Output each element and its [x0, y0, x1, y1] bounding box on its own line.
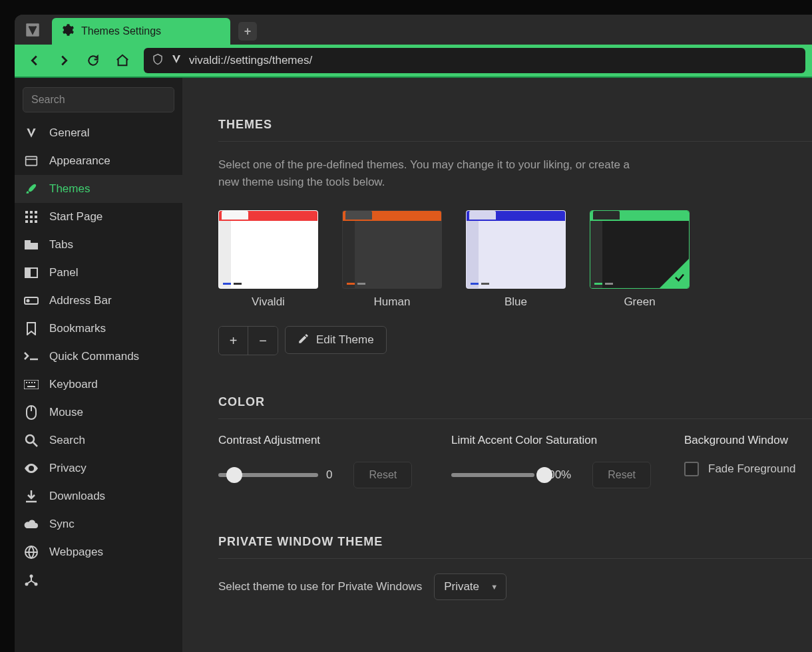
theme-option-human[interactable]: Human [342, 210, 442, 309]
sidebar-item-label: Sync [49, 518, 75, 531]
theme-label: Human [374, 295, 411, 309]
svg-rect-6 [30, 216, 33, 218]
download-icon [24, 489, 39, 504]
slider-thumb[interactable] [226, 467, 242, 483]
svg-rect-17 [24, 380, 39, 389]
active-tab[interactable]: Themes Settings [52, 18, 230, 45]
home-button[interactable] [109, 47, 136, 74]
settings-sidebar: General Appearance Themes Start Page Tab… [15, 78, 182, 652]
divider [218, 558, 812, 559]
theme-option-blue[interactable]: Blue [466, 210, 566, 309]
sidebar-item-label: Search [49, 434, 85, 447]
brush-icon [24, 182, 39, 196]
tab-title: Themes Settings [81, 25, 161, 37]
sidebar-item-address-bar[interactable]: Address Bar [15, 287, 182, 315]
saturation-group: Limit Accent Color Saturation 100% Reset [451, 434, 651, 488]
add-theme-button[interactable]: + [219, 327, 248, 355]
contrast-value: 0 [326, 468, 332, 482]
sidebar-item-label: Webpages [49, 546, 103, 559]
cloud-icon [24, 517, 39, 532]
sidebar-item-privacy[interactable]: Privacy [15, 454, 182, 482]
address-bar[interactable]: vivaldi://settings/themes/ [144, 48, 805, 73]
saturation-slider[interactable] [451, 473, 534, 477]
fade-foreground-label: Fade Foreground [708, 462, 795, 476]
quick-commands-icon [24, 349, 39, 364]
search-input[interactable] [31, 94, 166, 106]
checkbox[interactable] [684, 462, 699, 476]
theme-label: Blue [505, 295, 527, 309]
svg-rect-14 [25, 268, 30, 277]
sidebar-item-downloads[interactable]: Downloads [15, 482, 182, 510]
svg-rect-20 [31, 382, 33, 383]
private-theme-select[interactable]: Private [434, 573, 507, 600]
slider-thumb[interactable] [536, 467, 552, 483]
svg-rect-7 [35, 216, 37, 218]
shield-icon [152, 53, 164, 69]
svg-rect-19 [29, 382, 30, 383]
sidebar-item-quick-commands[interactable]: Quick Commands [15, 343, 182, 371]
sidebar-item-panel[interactable]: Panel [15, 259, 182, 287]
panel-icon [24, 265, 39, 280]
contrast-group: Contrast Adjustment 0 Reset [218, 434, 418, 488]
contrast-slider[interactable] [218, 473, 318, 477]
sidebar-item-start-page[interactable]: Start Page [15, 203, 182, 231]
sidebar-item-keyboard[interactable]: Keyboard [15, 371, 182, 399]
svg-rect-5 [25, 216, 28, 218]
settings-search[interactable] [23, 87, 174, 112]
sidebar-item-label: Appearance [49, 154, 110, 168]
remove-theme-button[interactable]: − [248, 327, 278, 355]
sidebar-item-label: Themes [49, 182, 90, 196]
sidebar-item-appearance[interactable]: Appearance [15, 147, 182, 175]
sidebar-item-tabs[interactable]: Tabs [15, 231, 182, 259]
sidebar-item-label: Quick Commands [49, 350, 139, 363]
private-theme-label: Select theme to use for Private Windows [218, 580, 422, 593]
url-text: vivaldi://settings/themes/ [189, 54, 312, 67]
vivaldi-icon [24, 126, 39, 140]
svg-line-26 [33, 442, 37, 446]
svg-rect-9 [30, 220, 33, 223]
svg-rect-10 [35, 220, 37, 223]
grid-icon [24, 210, 39, 224]
svg-rect-22 [27, 386, 35, 387]
reload-button[interactable] [80, 47, 106, 74]
bg-window-group: Background Window Fade Foreground [684, 434, 812, 488]
sidebar-item-webpages[interactable]: Webpages [15, 538, 182, 566]
sidebar-item-label: Privacy [49, 462, 87, 475]
sidebar-item-label: Start Page [49, 210, 102, 224]
gear-icon [60, 23, 75, 40]
vivaldi-app-icon[interactable] [20, 17, 45, 43]
navigation-bar: vivaldi://settings/themes/ [15, 45, 812, 78]
sidebar-item-label: Address Bar [49, 294, 112, 307]
edit-theme-button[interactable]: Edit Theme [285, 326, 387, 354]
divider [218, 141, 812, 142]
svg-point-16 [27, 300, 29, 302]
app-window: Themes Settings + vivaldi://settings/the… [15, 15, 812, 652]
edit-theme-label: Edit Theme [316, 333, 374, 347]
mouse-icon [24, 405, 39, 420]
svg-rect-18 [26, 382, 27, 383]
saturation-reset-button[interactable]: Reset [592, 462, 651, 488]
svg-rect-11 [25, 243, 38, 249]
divider [218, 418, 812, 419]
sidebar-item-label: Panel [49, 266, 78, 279]
sidebar-item-themes[interactable]: Themes [15, 175, 182, 203]
sidebar-item-sync[interactable]: Sync [15, 510, 182, 538]
sidebar-item-search[interactable]: Search [15, 426, 182, 454]
fade-foreground-option[interactable]: Fade Foreground [684, 462, 812, 476]
forward-button[interactable] [51, 47, 77, 74]
bg-window-label: Background Window [684, 434, 812, 447]
globe-icon [24, 545, 39, 560]
sidebar-item-bookmarks[interactable]: Bookmarks [15, 315, 182, 343]
new-tab-button[interactable]: + [238, 22, 257, 41]
contrast-label: Contrast Adjustment [218, 434, 418, 447]
address-bar-icon [24, 293, 39, 308]
theme-option-vivaldi[interactable]: Vivaldi [218, 210, 318, 309]
sidebar-item-general[interactable]: General [15, 119, 182, 147]
back-button[interactable] [21, 47, 48, 74]
sidebar-item-mouse[interactable]: Mouse [15, 399, 182, 426]
network-icon [24, 573, 39, 587]
color-heading: COLOR [218, 395, 812, 409]
contrast-reset-button[interactable]: Reset [353, 462, 412, 488]
sidebar-item-network[interactable] [15, 566, 182, 594]
theme-option-green[interactable]: Green [590, 210, 690, 309]
